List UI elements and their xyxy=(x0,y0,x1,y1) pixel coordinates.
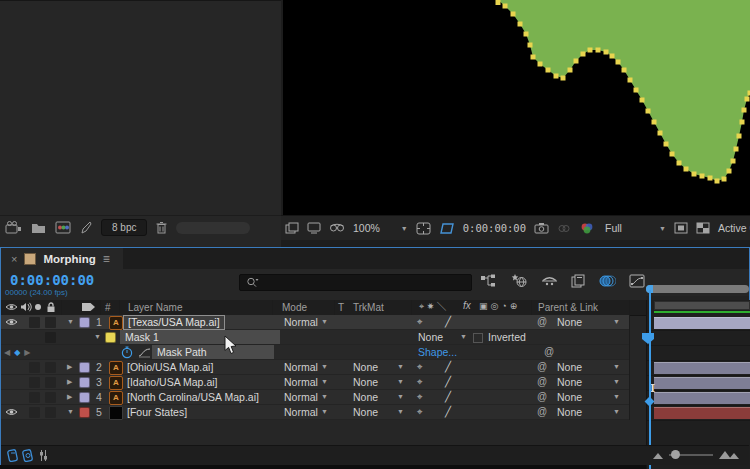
anchor-switch-icon[interactable]: ⌖ xyxy=(417,376,423,388)
zoom-out-mountain-icon[interactable] xyxy=(653,453,663,459)
channels-icon[interactable] xyxy=(579,222,595,235)
label-swatch[interactable] xyxy=(79,377,90,388)
column-layer-name[interactable]: Layer Name xyxy=(128,302,182,313)
anchor-switch-icon[interactable]: ⌖ xyxy=(417,361,423,373)
collapse-chevron-icon[interactable]: ▼ xyxy=(94,333,101,340)
timeline-search-box[interactable] xyxy=(239,274,472,291)
close-icon[interactable]: × xyxy=(11,253,17,265)
bit-depth-button[interactable]: 8 bpc xyxy=(101,219,147,236)
solo-icon[interactable] xyxy=(34,303,42,311)
grid-guides-icon[interactable] xyxy=(416,222,431,235)
quality-switch-icon[interactable]: ╱ xyxy=(445,361,451,372)
column-trkmat[interactable]: TrkMat xyxy=(353,302,384,313)
timeline-zoom-knob[interactable] xyxy=(671,450,680,459)
expand-chevron-icon[interactable]: ▶ xyxy=(67,378,72,386)
layer-name[interactable]: [North Carolina/USA Map.ai] xyxy=(127,391,259,403)
tab-morphing[interactable]: × Morphing ≡ xyxy=(1,248,123,269)
anchor-switch-icon[interactable]: ⌖ xyxy=(417,406,423,418)
trkmat-dropdown[interactable]: None xyxy=(353,361,378,373)
parent-dropdown[interactable]: None xyxy=(557,361,582,373)
trkmat-dropdown[interactable]: None xyxy=(353,376,378,388)
label-swatch[interactable] xyxy=(79,392,90,403)
trash-icon[interactable] xyxy=(156,221,167,234)
layer-bar-idaho[interactable] xyxy=(654,377,750,389)
track-area[interactable]: I xyxy=(646,300,750,469)
collapse-chevron-icon[interactable]: ▼ xyxy=(67,408,74,415)
search-input[interactable] xyxy=(259,276,443,289)
texas-mask-shape[interactable] xyxy=(283,0,750,215)
panel-menu-icon[interactable]: ≡ xyxy=(103,252,110,266)
show-snapshot-icon[interactable] xyxy=(557,223,571,234)
trkmat-dropdown[interactable]: None xyxy=(353,391,378,403)
pickwhip-icon[interactable]: @ xyxy=(537,391,547,402)
mask-row[interactable]: ▼ Mask 1 None ▼ Inverted xyxy=(1,330,629,345)
label-tag-icon[interactable] xyxy=(81,302,96,312)
parent-dropdown[interactable]: None xyxy=(557,406,582,418)
audio-icon[interactable] xyxy=(20,302,32,312)
snapshot-camera-icon[interactable] xyxy=(534,222,549,234)
region-of-interest-icon[interactable] xyxy=(674,222,688,234)
preview-frames-icon[interactable] xyxy=(285,222,299,234)
quality-switch-icon[interactable]: ╱ xyxy=(445,316,451,327)
eye-icon[interactable] xyxy=(5,302,18,312)
layer-bar-four-states[interactable] xyxy=(654,407,750,419)
mini-flowchart-icon[interactable] xyxy=(480,274,497,288)
current-time-display[interactable]: 0:00:00:00 xyxy=(10,272,94,288)
pickwhip-icon[interactable]: @ xyxy=(537,361,547,372)
keyframe-navigator[interactable]: ◀◆▶ xyxy=(4,348,34,357)
shy-layers-icon[interactable] xyxy=(541,274,558,288)
stereo-goggles-icon[interactable] xyxy=(329,222,345,234)
stopwatch-icon[interactable] xyxy=(121,346,133,359)
mask-shape-link[interactable]: Shape... xyxy=(418,346,457,358)
graph-editor-icon[interactable] xyxy=(629,274,645,288)
layer-name[interactable]: [Idaho/USA Map.ai] xyxy=(127,376,217,388)
layer-name[interactable]: [Texas/USA Map.ai] xyxy=(123,315,225,330)
parent-dropdown[interactable]: None xyxy=(557,376,582,388)
interpret-footage-icon[interactable] xyxy=(5,221,22,234)
blend-mode-dropdown[interactable]: Normal xyxy=(284,406,318,418)
pickwhip-icon[interactable]: @ xyxy=(537,376,547,387)
layer-row-north-carolina[interactable]: ▶ 4 A [North Carolina/USA Map.ai] Normal… xyxy=(1,390,629,405)
layer-row-texas[interactable]: ▼ 1 A [Texas/USA Map.ai] Normal ▼ ⌖ ╱ @ … xyxy=(1,315,629,330)
expand-chevron-icon[interactable]: ▶ xyxy=(67,393,72,401)
anchor-switch-icon[interactable]: ⌖ xyxy=(417,316,423,328)
blend-mode-dropdown[interactable]: Normal xyxy=(284,391,318,403)
mask-path-row[interactable]: ◀◆▶ Mask Path Shape... @ xyxy=(1,345,629,360)
project-scrollbar[interactable] xyxy=(176,222,250,234)
velocity-graph-icon[interactable] xyxy=(138,347,151,358)
new-composition-icon[interactable] xyxy=(55,221,71,234)
frame-blending-icon[interactable] xyxy=(571,274,586,288)
label-swatch[interactable] xyxy=(79,407,90,418)
layer-row-four-states[interactable]: ▼ 5 [Four States] Normal ▼ None ▼ ⌖ ╱ @ … xyxy=(1,405,629,420)
motion-blur-icon[interactable] xyxy=(599,274,616,288)
eye-icon[interactable] xyxy=(5,317,18,327)
playhead-line[interactable] xyxy=(649,290,651,469)
mask-path-label[interactable]: Mask Path xyxy=(152,345,274,359)
layer-name[interactable]: [Four States] xyxy=(127,406,187,418)
pickwhip-icon[interactable]: @ xyxy=(544,346,554,357)
pickwhip-icon[interactable]: @ xyxy=(537,406,547,417)
quality-switch-icon[interactable]: ╱ xyxy=(445,391,451,402)
blend-mode-dropdown[interactable]: Normal xyxy=(284,376,318,388)
mask-color-swatch[interactable] xyxy=(105,332,116,343)
column-parent-link[interactable]: Parent & Link xyxy=(538,302,598,313)
toggle-transfer-controls-icon[interactable] xyxy=(22,449,34,462)
magnification-dropdown[interactable]: 100% ▼ xyxy=(353,222,408,234)
blend-mode-dropdown[interactable]: Normal xyxy=(284,361,318,373)
zoom-in-mountain-icon-2[interactable] xyxy=(729,453,739,459)
label-swatch[interactable] xyxy=(79,362,90,373)
toggle-layer-switches-icon[interactable] xyxy=(7,449,19,462)
layer-bar-texas[interactable] xyxy=(654,317,750,329)
work-area-bar[interactable] xyxy=(654,301,750,310)
quality-switch-icon[interactable]: ╱ xyxy=(445,406,451,417)
layer-row-ohio[interactable]: ▶ 2 A [Ohio/USA Map.ai] Normal ▼ None ▼ … xyxy=(1,360,629,375)
resolution-dropdown[interactable]: Full ▼ xyxy=(605,222,666,234)
parent-dropdown[interactable]: None xyxy=(557,391,582,403)
parent-dropdown[interactable]: None xyxy=(557,316,582,328)
layer-name[interactable]: [Ohio/USA Map.ai] xyxy=(127,361,213,373)
mask-name[interactable]: Mask 1 xyxy=(120,330,280,344)
composition-canvas[interactable] xyxy=(283,0,750,215)
toggle-in-out-panes-icon[interactable] xyxy=(38,449,49,462)
blend-mode-dropdown[interactable]: Normal xyxy=(284,316,318,328)
mask-mode-dropdown[interactable]: None xyxy=(418,331,443,343)
